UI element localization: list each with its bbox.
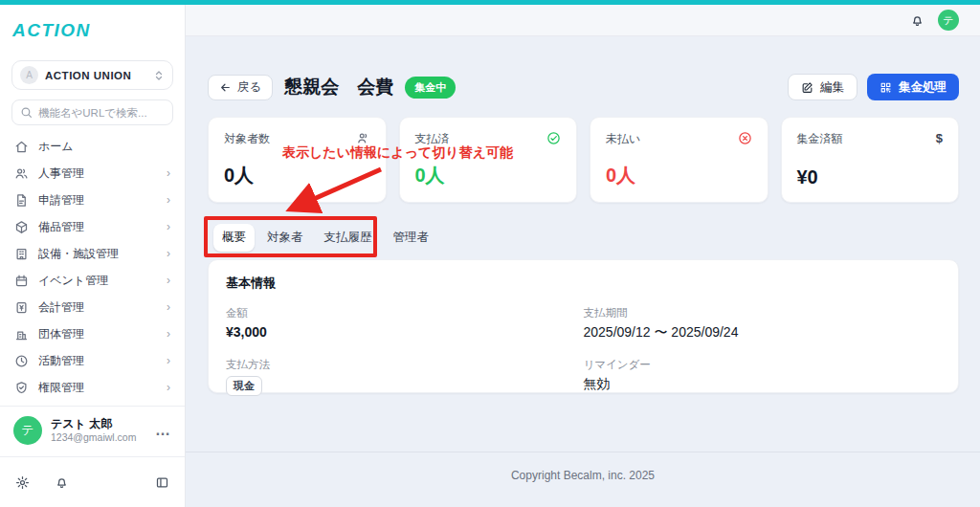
edit-label: 編集 — [820, 79, 844, 96]
search-input[interactable] — [38, 107, 165, 119]
stat-value: 0人 — [606, 163, 635, 188]
status-badge: 集金中 — [405, 77, 456, 99]
stat-label: 集金済額 — [797, 131, 843, 147]
user-more-button[interactable]: … — [155, 422, 171, 439]
sidebar-item-permissions[interactable]: 権限管理 › — [0, 374, 185, 401]
basic-info-title: 基本情報 — [226, 275, 941, 292]
field-value: ¥3,000 — [226, 324, 584, 340]
chevron-right-icon: › — [167, 274, 170, 287]
sidebar-item-facilities[interactable]: 設備・施設管理 › — [0, 240, 185, 267]
user-email: 1234@gmaiwl.com — [51, 431, 136, 444]
arrow-left-icon — [219, 81, 232, 94]
chevron-up-down-icon — [153, 70, 165, 81]
organization-icon — [14, 327, 29, 342]
menu-label: 団体管理 — [38, 326, 84, 342]
field-label: 金額 — [226, 306, 584, 320]
sidebar-item-requests[interactable]: 申請管理 › — [0, 187, 185, 213]
package-icon — [14, 220, 29, 234]
members-icon — [356, 131, 370, 145]
field-label: リマインダー — [584, 358, 942, 372]
settings-gear-icon[interactable] — [15, 475, 30, 490]
menu-label: 人事管理 — [38, 165, 84, 182]
sidebar-menu: ホーム 人事管理 › 申請管理 › 備品管理 › 設備・施設管理 › イベント管… — [0, 133, 185, 401]
collect-button[interactable]: 集金処理 — [867, 74, 959, 100]
chevron-right-icon: › — [167, 300, 170, 314]
field-amount: 金額 ¥3,000 — [226, 306, 584, 342]
footer-divider — [186, 452, 980, 452]
clock-icon — [14, 354, 29, 368]
sidebar: ACTION A ACTION UNION ホーム 人事管理 › 申請管理 › — [0, 5, 186, 507]
chevron-right-icon: › — [167, 327, 170, 341]
menu-label: 権限管理 — [38, 380, 84, 396]
qr-code-icon — [880, 81, 892, 94]
sidebar-user: テ テスト 太郎 1234@gmaiwl.com … — [0, 406, 185, 456]
collapse-sidebar-icon[interactable] — [155, 475, 169, 490]
stat-cards-row: 対象者数 0人 支払済 0人 未払い 0人 集金済額 $ ¥0 — [208, 117, 959, 203]
home-icon — [14, 140, 29, 154]
menu-label: 活動管理 — [38, 353, 84, 369]
sidebar-search[interactable] — [11, 99, 173, 125]
chevron-right-icon: › — [167, 381, 170, 394]
stat-value: 0人 — [415, 163, 445, 188]
stat-label: 未払い — [606, 131, 640, 147]
menu-label: 備品管理 — [38, 219, 84, 235]
stat-value: ¥0 — [797, 166, 818, 188]
payment-method-badge: 現金 — [226, 376, 262, 396]
dollar-icon: $ — [936, 131, 943, 145]
title-actions: 編集 集金処理 — [788, 74, 959, 100]
user-name: テスト 太郎 — [51, 417, 136, 431]
sidebar-item-equipment[interactable]: 備品管理 › — [0, 213, 185, 240]
sidebar-item-hr[interactable]: 人事管理 › — [0, 160, 185, 187]
org-name: ACTION UNION — [45, 70, 131, 81]
sidebar-item-accounting[interactable]: 会計管理 › — [0, 294, 185, 320]
stat-card-unpaid: 未払い 0人 — [590, 117, 768, 203]
stat-card-collected: 集金済額 $ ¥0 — [781, 117, 960, 203]
check-circle-icon — [546, 131, 561, 145]
collect-label: 集金処理 — [899, 79, 947, 96]
page-title-row: 戻る 懇親会 会費 集金中 編集 集金処理 — [208, 73, 959, 101]
field-label: 支払期間 — [584, 306, 942, 320]
bell-icon[interactable] — [910, 13, 924, 28]
x-circle-icon — [738, 131, 752, 145]
field-label: 支払方法 — [226, 358, 584, 372]
organization-selector[interactable]: A ACTION UNION — [11, 60, 173, 90]
stat-label: 対象者数 — [224, 131, 270, 147]
edit-pencil-icon — [801, 81, 813, 94]
tab-payment-history[interactable]: 支払履歴 — [316, 224, 381, 252]
edit-button[interactable]: 編集 — [788, 74, 858, 100]
building-icon — [14, 247, 29, 261]
calendar-icon — [14, 274, 29, 288]
brand-top-strip — [0, 0, 980, 5]
header-avatar[interactable]: テ — [938, 10, 959, 31]
users-icon — [14, 166, 29, 181]
stat-value: 0人 — [224, 163, 254, 188]
chevron-right-icon: › — [167, 247, 170, 260]
stat-card-targets: 対象者数 0人 — [208, 117, 387, 203]
accounting-icon — [14, 300, 29, 315]
chevron-right-icon: › — [167, 166, 170, 180]
stat-label: 支払済 — [415, 131, 450, 147]
tab-targets[interactable]: 対象者 — [258, 224, 312, 252]
field-value: 無効 — [584, 376, 942, 393]
notifications-bell-icon[interactable] — [55, 475, 69, 490]
field-reminder: リマインダー 無効 — [584, 358, 942, 396]
chevron-right-icon: › — [167, 220, 170, 233]
menu-label: 設備・施設管理 — [38, 246, 119, 262]
menu-label: イベント管理 — [38, 273, 108, 289]
tab-managers[interactable]: 管理者 — [385, 224, 438, 252]
sidebar-item-events[interactable]: イベント管理 › — [0, 267, 185, 294]
main-area: テ 戻る 懇親会 会費 集金中 編集 集金処理 対象者数 0人 — [186, 5, 980, 507]
back-label: 戻る — [237, 79, 261, 96]
menu-label: ホーム — [38, 139, 74, 155]
sidebar-item-groups[interactable]: 団体管理 › — [0, 320, 185, 347]
sidebar-item-activities[interactable]: 活動管理 › — [0, 347, 185, 374]
field-period: 支払期間 2025/09/12 〜 2025/09/24 — [584, 306, 942, 342]
menu-label: 会計管理 — [38, 299, 84, 316]
field-value: 2025/09/12 〜 2025/09/24 — [584, 324, 942, 342]
copyright: Copyright Becalm, inc. 2025 — [186, 469, 980, 482]
sidebar-item-home[interactable]: ホーム — [0, 133, 185, 160]
tab-overview[interactable]: 概要 — [213, 224, 255, 252]
page-title: 懇親会 会費 — [284, 75, 393, 99]
back-button[interactable]: 戻る — [208, 75, 273, 100]
tabs: 概要 対象者 支払履歴 管理者 — [213, 224, 437, 252]
